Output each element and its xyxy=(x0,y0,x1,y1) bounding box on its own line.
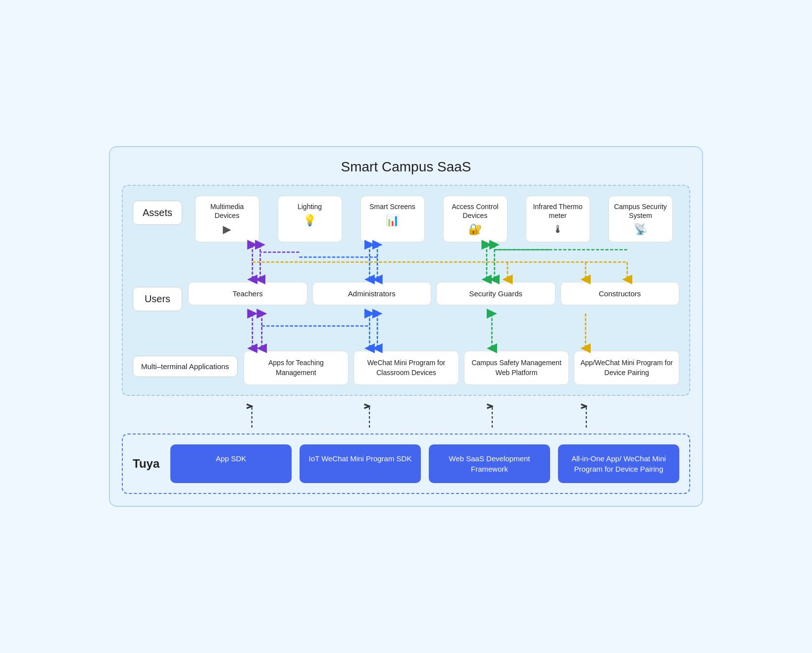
users-content: Teachers Administrators Security Guards … xyxy=(188,282,679,305)
tuya-cards: App SDK IoT WeChat Mini Program SDK Web … xyxy=(170,444,679,483)
user-label-0: Teachers xyxy=(233,289,263,298)
tuya-label-0: App SDK xyxy=(216,454,247,463)
user-card-0: Teachers xyxy=(188,282,307,305)
apps-section: Multi–terminal Applications Apps for Tea… xyxy=(133,351,679,385)
asset-card-0: Multimedia Devices ▶ xyxy=(195,196,259,242)
asset-label-1: Lighting xyxy=(298,202,322,211)
asset-card-1: Lighting 💡 xyxy=(278,196,342,242)
asset-icon-4: 🌡 xyxy=(553,223,563,236)
user-label-1: Administrators xyxy=(348,289,396,298)
tuya-label-2: Web SaaS Development Framework xyxy=(449,454,530,473)
assets-label: Assets xyxy=(133,201,182,225)
arrows-to-tuya xyxy=(132,404,680,429)
app-label-0: Apps for Teaching Management xyxy=(268,359,324,377)
asset-icon-2: 📊 xyxy=(386,214,399,227)
user-label-3: Constructors xyxy=(599,289,641,298)
apps-label: Multi–terminal Applications xyxy=(133,356,238,377)
tuya-label: Tuya xyxy=(133,457,162,471)
asset-card-3: Access Control Devices 🔐 xyxy=(443,196,508,242)
asset-icon-5: 📡 xyxy=(634,223,647,236)
assets-section: Assets Multimedia Devices ▶ Lighting 💡 S… xyxy=(133,196,679,242)
assets-content: Multimedia Devices ▶ Lighting 💡 Smart Sc… xyxy=(188,196,679,242)
asset-label-0: Multimedia Devices xyxy=(201,202,254,220)
user-card-1: Administrators xyxy=(312,282,432,305)
main-title: Smart Campus SaaS xyxy=(122,159,690,175)
arrows-assets-users xyxy=(133,242,679,282)
arrows-users-apps xyxy=(133,311,679,351)
tuya-section: Tuya App SDK IoT WeChat Mini Program SDK… xyxy=(122,434,690,494)
app-label-2: Campus Safety Management Web Platform xyxy=(471,359,561,377)
app-card-3: App/WeChat Mini Program for Device Pairi… xyxy=(574,351,679,385)
asset-card-5: Campus Security System 📡 xyxy=(609,196,673,242)
app-card-1: WeChat Mini Program for Classroom Device… xyxy=(354,351,459,385)
tuya-card-3: All-in-One App/ WeChat Mini Program for … xyxy=(558,444,679,483)
app-label-3: App/WeChat Mini Program for Device Pairi… xyxy=(580,359,672,377)
tuya-card-1: IoT WeChat Mini Program SDK xyxy=(300,444,421,483)
asset-label-3: Access Control Devices xyxy=(449,202,502,220)
asset-label-2: Smart Screens xyxy=(369,202,415,211)
apps-content: Apps for Teaching Management WeChat Mini… xyxy=(244,351,679,385)
app-card-0: Apps for Teaching Management xyxy=(244,351,349,385)
asset-card-2: Smart Screens 📊 xyxy=(360,196,425,242)
app-label-1: WeChat Mini Program for Classroom Device… xyxy=(367,359,446,377)
users-label: Users xyxy=(133,287,182,311)
asset-card-4: Infrared Thermo meter 🌡 xyxy=(526,196,590,242)
users-section: Users Teachers Administrators Security G… xyxy=(133,282,679,311)
outer-container: Smart Campus SaaS Assets Multimedia Devi… xyxy=(109,146,703,507)
asset-icon-0: ▶ xyxy=(223,223,231,236)
asset-label-4: Infrared Thermo meter xyxy=(531,202,585,220)
asset-label-5: Campus Security System xyxy=(614,202,667,220)
tuya-card-2: Web SaaS Development Framework xyxy=(429,444,550,483)
user-card-3: Constructors xyxy=(560,282,680,305)
user-label-2: Security Guards xyxy=(469,289,522,298)
asset-icon-3: 🔐 xyxy=(468,223,482,236)
inner-container: Assets Multimedia Devices ▶ Lighting 💡 S… xyxy=(122,185,690,396)
tuya-label-3: All-in-One App/ WeChat Mini Program for … xyxy=(571,454,666,473)
asset-icon-1: 💡 xyxy=(303,214,316,227)
app-card-2: Campus Safety Management Web Platform xyxy=(464,351,569,385)
user-card-2: Security Guards xyxy=(436,282,556,305)
tuya-label-1: IoT WeChat Mini Program SDK xyxy=(309,454,412,463)
tuya-card-0: App SDK xyxy=(170,444,292,483)
